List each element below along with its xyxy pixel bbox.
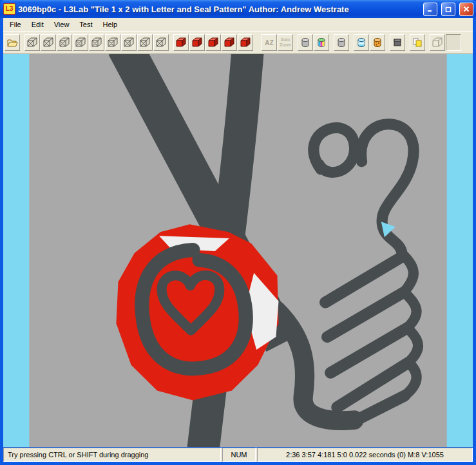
cube-icon (91, 37, 102, 48)
wire-cube-outline-icon (432, 37, 443, 48)
toolbar: AZ AutoZoom (3, 31, 473, 54)
menu-test[interactable]: Test (74, 19, 97, 30)
red-cube-button-2[interactable] (189, 34, 205, 51)
blank-toolbar-button[interactable] (446, 34, 461, 51)
cube-icon (43, 37, 53, 48)
view-cube-button-8[interactable] (137, 34, 153, 51)
view-cube-button-1[interactable] (24, 34, 40, 51)
maximize-icon (444, 5, 452, 13)
cylinder-gray-button[interactable] (298, 34, 313, 51)
view-cube-button-2[interactable] (41, 34, 56, 51)
minimize-icon (426, 5, 434, 13)
cube-icon (75, 37, 86, 48)
cylinder-dotted-button[interactable] (370, 34, 385, 51)
menu-help[interactable]: Help (98, 19, 123, 30)
cube-icon (108, 37, 118, 48)
window-title: 3069bp0c - L3Lab "Tile 1 x 2 with Letter… (18, 5, 419, 14)
open-file-button[interactable] (5, 34, 20, 51)
cylinder-gray-2-button[interactable] (334, 34, 349, 51)
red-cube-icon (240, 37, 251, 48)
red-cube-button-5[interactable] (238, 34, 253, 51)
app-window: L3 3069bp0c - L3Lab "Tile 1 x 2 with Let… (0, 0, 476, 465)
window-frame-bottom (0, 462, 476, 465)
menu-file[interactable]: File (5, 19, 26, 30)
open-folder-icon (7, 38, 18, 48)
title-bar[interactable]: L3 3069bp0c - L3Lab "Tile 1 x 2 with Let… (0, 0, 476, 18)
cube-icon (59, 37, 70, 48)
menu-edit[interactable]: Edit (26, 19, 49, 30)
view-cube-button-4[interactable] (73, 34, 88, 51)
red-cube-button-1[interactable] (173, 34, 189, 51)
close-button[interactable] (459, 3, 473, 16)
menu-bar: File Edit View Test Help (3, 18, 473, 31)
dark-box-icon (392, 37, 403, 48)
blue-cylinder-icon (356, 37, 367, 48)
red-cube-button-4[interactable] (222, 34, 237, 51)
view-cube-button-9[interactable] (153, 34, 169, 51)
highlight-button[interactable] (410, 34, 425, 51)
red-cube-icon (208, 37, 218, 48)
yellow-highlight-icon (412, 37, 423, 48)
view-cube-button-5[interactable] (89, 34, 104, 51)
status-num-indicator: NUM (222, 448, 256, 462)
status-message: Try pressing CTRL or SHIFT during draggi… (3, 448, 221, 462)
cube-icon (124, 37, 134, 48)
cylinder-blue-button[interactable] (354, 34, 369, 51)
maximize-button[interactable] (441, 3, 455, 16)
minimize-button[interactable] (423, 3, 437, 16)
status-bar: Try pressing CTRL or SHIFT during draggi… (3, 448, 473, 462)
gray-cylinder-icon (336, 37, 347, 48)
az-button[interactable]: AZ (262, 34, 277, 51)
tile-artwork (3, 54, 473, 447)
auto-zoom-label: AutoZoom (280, 37, 291, 48)
az-label: AZ (265, 39, 273, 46)
app-icon: L3 (3, 3, 15, 15)
multicolor-cylinder-icon (316, 37, 327, 48)
status-stats: 2:36 3:57 4:181 5:0 0.022 seconds (0) M:… (257, 448, 473, 462)
close-icon (462, 5, 470, 13)
cube-icon (140, 37, 150, 48)
red-cube-icon (224, 37, 234, 48)
auto-zoom-button[interactable]: AutoZoom (278, 34, 293, 51)
gray-cylinder-icon (300, 37, 310, 48)
red-cube-button-3[interactable] (205, 34, 221, 51)
view-cube-button-3[interactable] (57, 34, 72, 51)
cube-icon (27, 37, 37, 48)
menu-view[interactable]: View (49, 19, 75, 30)
red-cube-icon (192, 37, 202, 48)
wire-cube-outline-button[interactable] (430, 34, 445, 51)
cylinder-multicolor-button[interactable] (314, 34, 329, 51)
dotted-cylinder-icon (372, 37, 383, 48)
view-cube-button-6[interactable] (105, 34, 120, 51)
cube-icon (156, 37, 166, 48)
red-cube-icon (176, 37, 186, 48)
drawing-canvas[interactable] (3, 54, 473, 447)
view-cube-button-7[interactable] (121, 34, 137, 51)
dark-box-button[interactable] (390, 34, 405, 51)
